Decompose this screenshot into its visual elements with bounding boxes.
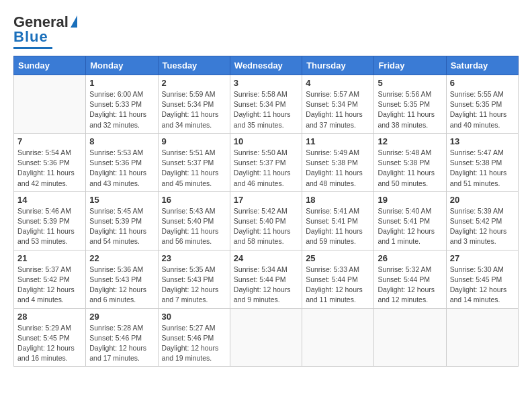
day-info: Sunrise: 5:47 AMSunset: 5:38 PMDaylight:… [450,148,515,189]
day-info: Sunrise: 5:33 AMSunset: 5:44 PMDaylight:… [306,265,370,306]
day-info: Sunrise: 5:58 AMSunset: 5:34 PMDaylight:… [234,89,298,130]
logo-triangle-icon [71,15,77,28]
weekday-header: Monday [86,56,158,75]
day-info: Sunrise: 5:34 AMSunset: 5:44 PMDaylight:… [234,265,298,306]
day-info: Sunrise: 5:50 AMSunset: 5:37 PMDaylight:… [234,148,298,189]
day-info: Sunrise: 5:48 AMSunset: 5:38 PMDaylight:… [378,148,442,189]
calendar-day-cell [14,75,86,134]
day-number: 20 [450,195,515,205]
day-number: 23 [162,253,226,263]
day-info: Sunrise: 5:28 AMSunset: 5:46 PMDaylight:… [89,323,154,364]
calendar-day-cell: 3Sunrise: 5:58 AMSunset: 5:34 PMDaylight… [230,75,302,134]
day-info: Sunrise: 5:57 AMSunset: 5:34 PMDaylight:… [306,89,370,130]
calendar-day-cell: 27Sunrise: 5:30 AMSunset: 5:45 PMDayligh… [446,250,518,308]
calendar-day-cell: 26Sunrise: 5:32 AMSunset: 5:44 PMDayligh… [374,250,446,308]
calendar-day-cell: 30Sunrise: 5:27 AMSunset: 5:46 PMDayligh… [158,308,230,367]
calendar-day-cell [230,308,302,367]
day-info: Sunrise: 5:46 AMSunset: 5:39 PMDaylight:… [17,206,82,247]
calendar-day-cell: 18Sunrise: 5:41 AMSunset: 5:41 PMDayligh… [302,191,374,250]
weekday-header: Friday [374,56,446,75]
day-info: Sunrise: 5:56 AMSunset: 5:35 PMDaylight:… [378,89,442,130]
day-number: 15 [89,195,154,205]
day-number: 2 [162,78,226,88]
calendar-day-cell: 10Sunrise: 5:50 AMSunset: 5:37 PMDayligh… [230,133,302,191]
day-number: 24 [234,253,298,263]
calendar-day-cell: 22Sunrise: 5:36 AMSunset: 5:43 PMDayligh… [86,250,158,308]
calendar-day-cell: 24Sunrise: 5:34 AMSunset: 5:44 PMDayligh… [230,250,302,308]
calendar-day-cell: 9Sunrise: 5:51 AMSunset: 5:37 PMDaylight… [158,133,230,191]
calendar-day-cell: 6Sunrise: 5:55 AMSunset: 5:35 PMDaylight… [446,75,518,134]
calendar-day-cell: 1Sunrise: 6:00 AMSunset: 5:33 PMDaylight… [86,75,158,134]
day-info: Sunrise: 5:51 AMSunset: 5:37 PMDaylight:… [162,148,226,189]
day-info: Sunrise: 5:35 AMSunset: 5:43 PMDaylight:… [162,265,226,306]
calendar-day-cell: 21Sunrise: 5:37 AMSunset: 5:42 PMDayligh… [14,250,86,308]
day-info: Sunrise: 5:41 AMSunset: 5:41 PMDaylight:… [306,206,370,247]
day-number: 7 [17,136,82,146]
calendar-day-cell: 13Sunrise: 5:47 AMSunset: 5:38 PMDayligh… [446,133,518,191]
day-number: 25 [306,253,370,263]
calendar-day-cell: 25Sunrise: 5:33 AMSunset: 5:44 PMDayligh… [302,250,374,308]
calendar-day-cell: 20Sunrise: 5:39 AMSunset: 5:42 PMDayligh… [446,191,518,250]
logo-blue: Blue [13,28,48,46]
day-number: 18 [306,195,370,205]
day-number: 9 [162,136,226,146]
calendar-table: SundayMondayTuesdayWednesdayThursdayFrid… [13,56,519,367]
calendar-day-cell: 5Sunrise: 5:56 AMSunset: 5:35 PMDaylight… [374,75,446,134]
weekday-header: Wednesday [230,56,302,75]
day-number: 27 [450,253,515,263]
day-info: Sunrise: 5:49 AMSunset: 5:38 PMDaylight:… [306,148,370,189]
day-info: Sunrise: 5:30 AMSunset: 5:45 PMDaylight:… [450,265,515,306]
calendar-day-cell: 2Sunrise: 5:59 AMSunset: 5:34 PMDaylight… [158,75,230,134]
calendar-day-cell: 15Sunrise: 5:45 AMSunset: 5:39 PMDayligh… [86,191,158,250]
day-number: 30 [162,312,226,322]
calendar-day-cell [374,308,446,367]
day-info: Sunrise: 5:45 AMSunset: 5:39 PMDaylight:… [89,206,154,247]
day-number: 6 [450,78,515,88]
day-number: 8 [89,136,154,146]
calendar-week-row: 28Sunrise: 5:29 AMSunset: 5:45 PMDayligh… [14,308,519,367]
weekday-header-row: SundayMondayTuesdayWednesdayThursdayFrid… [14,56,519,75]
day-info: Sunrise: 5:53 AMSunset: 5:36 PMDaylight:… [89,148,154,189]
day-info: Sunrise: 5:29 AMSunset: 5:45 PMDaylight:… [17,323,82,364]
logo: General Blue [13,13,77,49]
day-number: 1 [89,78,154,88]
day-number: 4 [306,78,370,88]
day-info: Sunrise: 5:59 AMSunset: 5:34 PMDaylight:… [162,89,226,130]
day-info: Sunrise: 5:39 AMSunset: 5:42 PMDaylight:… [450,206,515,247]
logo-underline [13,47,52,49]
calendar-day-cell: 4Sunrise: 5:57 AMSunset: 5:34 PMDaylight… [302,75,374,134]
page-header: General Blue [13,13,519,49]
calendar-day-cell: 17Sunrise: 5:42 AMSunset: 5:40 PMDayligh… [230,191,302,250]
calendar-day-cell: 28Sunrise: 5:29 AMSunset: 5:45 PMDayligh… [14,308,86,367]
day-info: Sunrise: 6:00 AMSunset: 5:33 PMDaylight:… [89,89,154,130]
weekday-header: Saturday [446,56,518,75]
day-number: 17 [234,195,298,205]
day-number: 10 [234,136,298,146]
day-number: 19 [378,195,442,205]
calendar-week-row: 7Sunrise: 5:54 AMSunset: 5:36 PMDaylight… [14,133,519,191]
day-info: Sunrise: 5:27 AMSunset: 5:46 PMDaylight:… [162,323,226,364]
day-number: 26 [378,253,442,263]
day-number: 29 [89,312,154,322]
calendar-day-cell: 29Sunrise: 5:28 AMSunset: 5:46 PMDayligh… [86,308,158,367]
calendar-day-cell: 23Sunrise: 5:35 AMSunset: 5:43 PMDayligh… [158,250,230,308]
weekday-header: Sunday [14,56,86,75]
calendar-week-row: 14Sunrise: 5:46 AMSunset: 5:39 PMDayligh… [14,191,519,250]
day-info: Sunrise: 5:36 AMSunset: 5:43 PMDaylight:… [89,265,154,306]
calendar-day-cell: 14Sunrise: 5:46 AMSunset: 5:39 PMDayligh… [14,191,86,250]
calendar-day-cell [446,308,518,367]
day-number: 22 [89,253,154,263]
calendar-day-cell: 7Sunrise: 5:54 AMSunset: 5:36 PMDaylight… [14,133,86,191]
day-info: Sunrise: 5:32 AMSunset: 5:44 PMDaylight:… [378,265,442,306]
day-info: Sunrise: 5:55 AMSunset: 5:35 PMDaylight:… [450,89,515,130]
day-number: 13 [450,136,515,146]
day-number: 12 [378,136,442,146]
day-number: 16 [162,195,226,205]
day-number: 21 [17,253,82,263]
calendar-day-cell: 12Sunrise: 5:48 AMSunset: 5:38 PMDayligh… [374,133,446,191]
calendar-day-cell: 8Sunrise: 5:53 AMSunset: 5:36 PMDaylight… [86,133,158,191]
calendar-week-row: 21Sunrise: 5:37 AMSunset: 5:42 PMDayligh… [14,250,519,308]
day-info: Sunrise: 5:42 AMSunset: 5:40 PMDaylight:… [234,206,298,247]
day-number: 11 [306,136,370,146]
weekday-header: Tuesday [158,56,230,75]
